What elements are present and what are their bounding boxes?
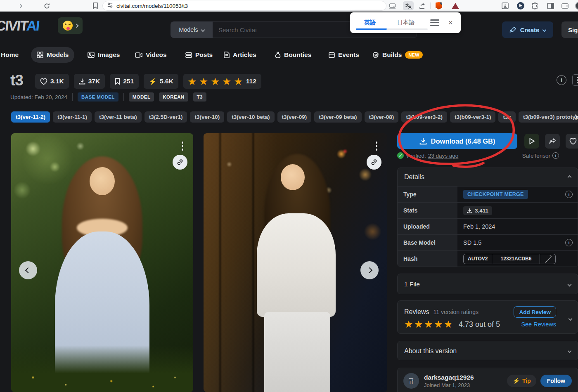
triangle-extension-icon[interactable] xyxy=(451,1,460,10)
chevron-down-icon xyxy=(542,28,547,32)
info-icon[interactable]: i xyxy=(557,75,566,85)
follow-button[interactable]: Follow xyxy=(540,375,572,387)
search-category-select[interactable]: Models xyxy=(171,21,213,38)
nav-events[interactable]: Events xyxy=(323,47,365,63)
profile-icon[interactable] xyxy=(575,1,578,10)
tag-t3[interactable]: T3 xyxy=(193,92,206,102)
forward-icon[interactable] xyxy=(16,1,25,10)
version-tab[interactable]: t3(b09-ver3-2) xyxy=(401,111,447,123)
version-tab[interactable]: t3(b09-ver3) prototype xyxy=(519,111,578,123)
tips-stat[interactable]: ⚡ 5.6K xyxy=(144,74,178,89)
version-tab[interactable]: t3(ver-10) xyxy=(190,111,224,123)
creator-avatar[interactable]: 규 xyxy=(403,373,419,389)
verified-icon: ✓ xyxy=(397,152,404,159)
carousel-prev-button[interactable] xyxy=(19,261,37,279)
image-carousel xyxy=(11,133,387,392)
bookmarks-stat[interactable]: 251 xyxy=(110,74,139,89)
version-tab[interactable]: t3(ver-08) xyxy=(365,111,399,123)
tag-model[interactable]: MODEL xyxy=(129,92,154,102)
detail-row-base-model: Base Model SD 1.5 i xyxy=(398,234,578,250)
info-icon[interactable]: i xyxy=(565,191,573,198)
share-icon[interactable] xyxy=(418,1,427,10)
detail-row-uploaded: Uploaded Feb 1, 2024 xyxy=(398,218,578,234)
nav-models[interactable]: Models xyxy=(31,47,74,63)
download-icon xyxy=(79,78,85,85)
verified-time-link[interactable]: 23 days ago xyxy=(428,153,459,159)
nav-images[interactable]: Images xyxy=(82,47,126,63)
signin-button[interactable]: Sign In xyxy=(561,21,578,38)
event-emoji-button[interactable] xyxy=(58,17,83,34)
translate-tab-english[interactable]: 英語 xyxy=(362,12,378,33)
model-image-2[interactable] xyxy=(204,133,387,392)
chevron-down-icon xyxy=(568,349,572,353)
version-tab[interactable]: t3(2.5D-ver1) xyxy=(144,111,187,123)
details-header[interactable]: Details xyxy=(398,168,578,186)
nav-home[interactable]: Home xyxy=(0,47,24,63)
url-bar[interactable]: civitai.com/models/110053/t3 xyxy=(102,1,386,11)
tag-korean[interactable]: KOREAN xyxy=(159,92,188,102)
image-link-button[interactable] xyxy=(173,155,187,170)
nav-videos[interactable]: Videos xyxy=(129,47,173,63)
downloads-icon[interactable] xyxy=(500,1,509,10)
create-button[interactable]: Create xyxy=(502,21,553,38)
version-tab[interactable]: t3x xyxy=(498,111,516,123)
download-button[interactable]: Download (6.48 GB) xyxy=(397,133,517,149)
run-model-button[interactable] xyxy=(524,134,539,149)
creator-name[interactable]: darksagaq12926 xyxy=(424,374,474,381)
tip-button[interactable]: ⚡ Tip xyxy=(507,375,536,387)
version-tab[interactable]: t3(ver-10 beta) xyxy=(227,111,274,123)
nav-builds[interactable]: Builds NEW xyxy=(367,47,429,63)
likes-stat[interactable]: 3.1K xyxy=(35,74,69,89)
image-menu-button[interactable] xyxy=(376,140,378,152)
type-badge[interactable]: CHECKPOINT MERGE xyxy=(463,190,528,199)
nav-articles[interactable]: Articles xyxy=(218,47,262,63)
site-settings-icon[interactable] xyxy=(107,2,113,10)
see-reviews-link[interactable]: See Reviews xyxy=(521,321,556,328)
main-nav: Home Models Images Videos Posts Articles… xyxy=(0,45,578,66)
cursor-extension-icon[interactable] xyxy=(516,1,525,10)
rating-stat[interactable]: ★★ ★★ ★★ ★★ ★★ 112 xyxy=(183,74,261,89)
image-menu-button[interactable] xyxy=(182,140,184,152)
version-tab[interactable]: t3(ver-11-1) xyxy=(53,111,92,123)
share-model-button[interactable] xyxy=(545,134,560,149)
info-icon[interactable]: i xyxy=(565,239,573,246)
bookmark-icon[interactable] xyxy=(91,1,100,10)
version-tab[interactable]: t3(b09-ver3-1) xyxy=(450,111,496,123)
reload-icon[interactable] xyxy=(42,1,51,10)
version-tab[interactable]: t3(ver-11 beta) xyxy=(95,111,142,123)
model-image-1[interactable] xyxy=(11,133,193,392)
translate-menu-icon[interactable] xyxy=(430,19,439,26)
updated-date: Updated: Feb 20, 2024 xyxy=(10,94,67,100)
info-icon[interactable]: i xyxy=(552,152,559,159)
translate-icon[interactable] xyxy=(403,1,414,10)
image-link-button[interactable] xyxy=(367,155,381,170)
tag-base-model[interactable]: BASE MODEL xyxy=(78,92,118,102)
translate-tab-japanese[interactable]: 日本語 xyxy=(395,12,417,33)
stats-downloads-pill: 3,411 xyxy=(463,206,492,215)
files-panel[interactable]: 1 File xyxy=(397,274,578,294)
add-review-button[interactable]: Add Review xyxy=(514,306,556,318)
nav-bounties[interactable]: Bounties xyxy=(269,47,317,63)
version-scroll-right[interactable] xyxy=(573,113,577,120)
extensions-puzzle-icon[interactable] xyxy=(531,1,540,10)
favorite-button[interactable] xyxy=(566,134,578,149)
carousel-next-button[interactable] xyxy=(360,261,379,279)
hash-pill[interactable]: AUTOV2 12321ACDB6 xyxy=(463,254,556,264)
lightning-icon: ⚡ xyxy=(512,378,519,384)
send-to-device-icon[interactable] xyxy=(388,1,397,10)
version-tab[interactable]: t3(ver-11-2) xyxy=(11,111,50,123)
downloads-stat[interactable]: 37K xyxy=(74,74,105,89)
url-text[interactable]: civitai.com/models/110053/t3 xyxy=(116,3,188,9)
civitai-logo[interactable]: CIVITAI xyxy=(0,18,40,34)
version-tab[interactable]: t3(ver-09) xyxy=(277,111,312,123)
sidebar-toggle-icon[interactable] xyxy=(546,1,555,10)
version-tab[interactable]: t3(ver-09 beta) xyxy=(314,111,361,123)
lightning-icon: ⚡ xyxy=(149,78,157,85)
translate-close-icon[interactable]: × xyxy=(448,19,453,27)
bookmark-icon xyxy=(115,78,120,85)
wallet-icon[interactable] xyxy=(560,1,569,10)
nav-posts[interactable]: Posts xyxy=(180,47,218,63)
brave-shield-icon[interactable]: 3 xyxy=(434,1,443,10)
about-panel[interactable]: About this version xyxy=(397,341,578,360)
more-menu-button[interactable] xyxy=(572,74,578,86)
